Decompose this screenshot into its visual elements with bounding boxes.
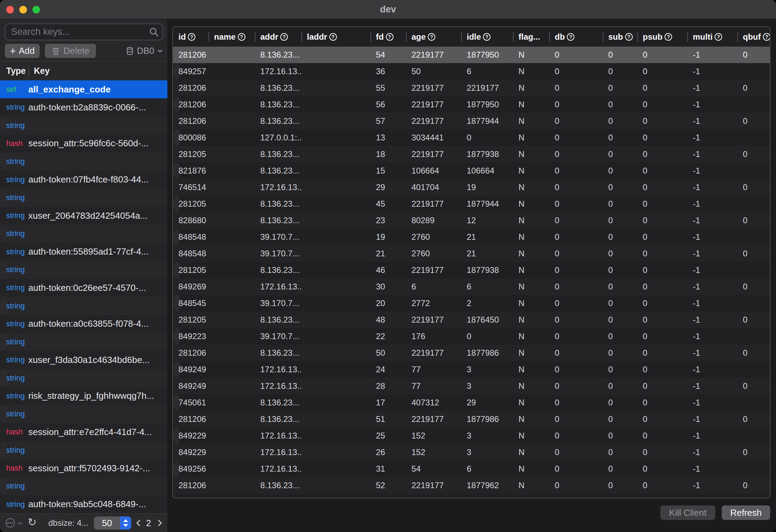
client-row[interactable]: 2812058.136.23...1822191771877938N000-10 [173, 146, 770, 162]
key-list-item[interactable]: stringuser_mistake_assess:stdId_2... [0, 225, 8, 243]
client-row[interactable]: 849229172.16.13...251523N000-10 [173, 427, 181, 444]
key-list-item[interactable]: stringrisk_strategy_ip_fghhwwqg7h... [0, 387, 167, 405]
key-list-item[interactable]: stringxuser_2064783d24254054a... [0, 207, 167, 225]
client-row[interactable]: 849269172.16.13...3066N000-10 [173, 278, 770, 295]
client-cell: 0 [549, 113, 603, 129]
refresh-button[interactable]: Refresh [722, 505, 770, 520]
key-list-item[interactable]: hashsession_attr:5c96fc6c-560d-... [0, 135, 167, 152]
client-row[interactable]: 8218768.136.23...15106664106664N000-10 [173, 162, 181, 179]
help-icon[interactable]: ? [329, 33, 337, 41]
key-list-header: Type Key [0, 61, 167, 80]
column-header-qbuf[interactable]: qbuf? [737, 27, 770, 47]
db-selector[interactable]: DB0 [125, 44, 163, 58]
key-name: all_exchange_code [28, 84, 110, 95]
close-window-button[interactable] [6, 6, 14, 13]
minimize-window-button[interactable] [19, 6, 27, 13]
chevron-down-icon[interactable] [17, 521, 23, 526]
key-list-item[interactable]: stringauth-token:b2a8839c-0066-... [0, 98, 167, 116]
previous-page-button[interactable] [135, 519, 142, 527]
help-icon[interactable]: ? [188, 33, 195, 41]
key-list-item[interactable]: stringauth-token:9ab5c048-6849-... [0, 495, 167, 513]
key-list-item[interactable]: stringauth-token:07fb4fce-f803-44... [0, 170, 167, 188]
column-header-idle[interactable]: idle? [461, 27, 513, 47]
key-name: session_attr:e7e2ffc4-41d7-4... [28, 427, 152, 437]
key-list-item[interactable]: stringauth-token:4c04eb92-98d7-... [0, 333, 8, 351]
zoom-window-button[interactable] [32, 6, 40, 13]
client-cell: 0 [637, 328, 687, 345]
client-row[interactable]: 84854539.170.7...2027722N000-10 [173, 295, 181, 312]
client-row[interactable]: 7450618.136.23...1740731229N000-10 [173, 394, 181, 411]
delete-key-button[interactable]: Delete [45, 44, 96, 58]
key-list-item[interactable]: stringxuser_b1ebc8d3def94124be6... [0, 441, 8, 459]
client-row[interactable]: 8286808.136.23...238028912N000-10 [173, 212, 770, 229]
key-list-item[interactable]: stringxuser_e04606c4d80148e4bb... [0, 189, 8, 207]
client-row[interactable]: 84922339.170.7...221760N000-126 [173, 328, 181, 345]
client-row[interactable]: 800086127.0.0.1:...1330344410N000-10 [173, 129, 181, 146]
search-input[interactable] [5, 23, 163, 40]
column-header-name[interactable]: name? [208, 27, 255, 47]
client-row[interactable]: 2812068.136.23...5722191771877944N000-10 [173, 113, 770, 129]
client-row[interactable]: 849257172.16.13...36506N000-10 [173, 63, 181, 80]
client-cell: 172.16.13... [255, 444, 301, 461]
key-list-item[interactable]: hashsession_attr:e7e2ffc4-41d7-4... [0, 423, 167, 441]
client-row[interactable]: 2812068.136.23...5222191771877962N000-10 [173, 477, 770, 494]
column-header-laddr[interactable]: laddr? [301, 27, 370, 47]
column-header-age[interactable]: age? [406, 27, 461, 47]
client-cell: 0 [549, 427, 603, 444]
client-row[interactable]: 84854839.170.7...21276021N000-10 [173, 245, 770, 262]
client-row[interactable]: 2812068.136.23...5422191771877950N000-10 [173, 47, 770, 63]
help-icon[interactable]: ? [428, 33, 435, 41]
client-row[interactable]: 2812068.136.23...5622191771877950N000-10 [173, 96, 181, 113]
key-list-item[interactable]: stringxuser_996d559843a747a286... [0, 261, 8, 279]
column-header-psub[interactable]: psub? [637, 27, 687, 47]
client-cell: 0 [603, 394, 637, 411]
more-options-icon[interactable]: ••• [6, 518, 15, 528]
client-row[interactable]: 849249172.16.13...24773N000-10 [173, 361, 181, 378]
add-key-button[interactable]: + Add [5, 44, 40, 58]
help-icon[interactable]: ? [625, 33, 633, 41]
client-row[interactable]: 2812058.136.23...4622191771877938N000-10 [173, 262, 181, 278]
client-row[interactable]: 2812058.136.23...4822191771876450N000-10 [173, 312, 770, 328]
client-row[interactable]: 2812068.136.23...5522191772219177N000-10 [173, 80, 770, 96]
client-row[interactable]: 2812068.136.23...5022191771877986N000-10 [173, 345, 770, 361]
key-list-item[interactable]: stringauth-token:30a24e6f-f33e-4... [0, 117, 8, 135]
key-list-item[interactable]: hashsession_attr:f5702493-9142-... [0, 459, 167, 477]
column-header-flag[interactable]: flag... [513, 27, 549, 47]
key-list-item[interactable]: stringauth-token:62d96e55-9543-... [0, 477, 8, 495]
reload-keys-icon[interactable]: ↻ [28, 516, 37, 529]
column-header-addr[interactable]: addr? [255, 27, 301, 47]
next-page-button[interactable] [156, 519, 164, 527]
client-row[interactable]: 849256172.16.13...31546N000-10 [173, 461, 181, 477]
client-row[interactable]: 849229172.16.13...261523N000-10 [173, 444, 770, 461]
key-list-item[interactable]: setall_exchange_code [0, 80, 167, 98]
stepper-buttons[interactable] [120, 516, 131, 530]
client-row[interactable]: 2812058.136.23...4522191771877944N000-10 [173, 196, 181, 212]
column-header-db[interactable]: db? [549, 27, 603, 47]
help-icon[interactable]: ? [567, 33, 574, 41]
client-row[interactable]: 746514172.16.13...2940170419N000-10 [173, 179, 770, 196]
page-size-stepper[interactable]: 50 [94, 516, 131, 530]
column-header-multi[interactable]: multi? [687, 27, 737, 47]
client-row[interactable]: 849249172.16.13...28773N000-10 [173, 378, 770, 394]
kill-client-button[interactable]: Kill Client [660, 505, 715, 520]
column-header-id[interactable]: id? [173, 27, 208, 47]
key-list-item[interactable]: stringauth-token:8f4775d4-a373-4... [0, 369, 8, 387]
key-list-item[interactable]: stringxuser_4c2384d35b51451fb6... [0, 152, 8, 170]
help-icon[interactable]: ? [483, 33, 491, 41]
key-list-item[interactable]: stringauth-token:55895ad1-77cf-4... [0, 243, 167, 261]
key-list-item[interactable]: stringauth-token:0c26ee57-4570-... [0, 279, 167, 297]
client-row[interactable]: 84854839.170.7...19276021N000-10 [173, 229, 181, 245]
help-icon[interactable]: ? [715, 33, 722, 41]
key-list-item[interactable]: stringauth-token:4b24c655-fb98-4... [0, 405, 8, 423]
help-icon[interactable]: ? [386, 33, 394, 41]
client-row[interactable]: 2812068.136.23...5122191771877986N000-10 [173, 411, 770, 427]
key-list-item[interactable]: stringauth-token:a0c63855-f078-4... [0, 315, 167, 333]
help-icon[interactable]: ? [280, 33, 288, 41]
key-list-item[interactable]: stringxuser_78949b70a314471d9d... [0, 297, 8, 315]
help-icon[interactable]: ? [665, 33, 672, 41]
key-list-item[interactable]: stringxuser_f3da30a1c4634bd6be... [0, 351, 167, 369]
help-icon[interactable]: ? [238, 33, 245, 41]
column-header-sub[interactable]: sub? [603, 27, 637, 47]
column-header-fd[interactable]: fd? [370, 27, 406, 47]
help-icon[interactable]: ? [763, 33, 770, 41]
